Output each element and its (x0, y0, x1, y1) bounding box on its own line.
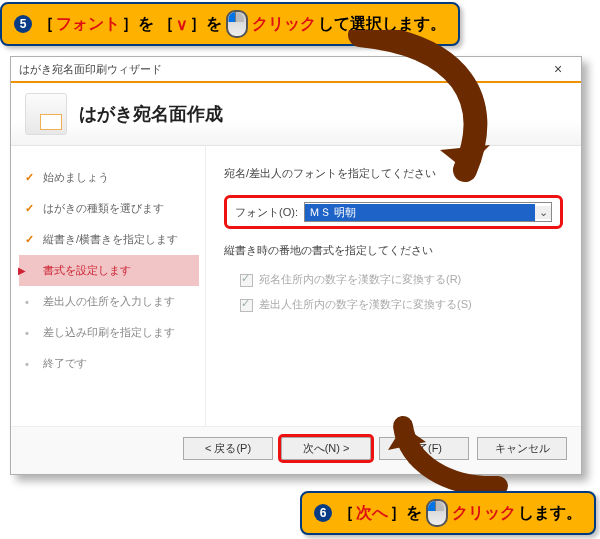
font-combo-label: フォント(O): (235, 205, 298, 220)
next-button[interactable]: 次へ(N) > (281, 437, 371, 460)
step-label: はがきの種類を選びます (43, 201, 164, 216)
mouse-left-click-icon (426, 499, 448, 527)
step-start[interactable]: ✓始めましょう (19, 162, 199, 193)
checkbox-icon (240, 274, 253, 287)
step-number-badge: 6 (314, 504, 332, 522)
step-type[interactable]: ✓はがきの種類を選びます (19, 193, 199, 224)
instruction-step-6: 6 ［ 次へ ］を クリック します。 (300, 491, 596, 535)
font-combobox[interactable]: ＭＳ 明朝 ⌄ (304, 202, 552, 222)
step-label: 差し込み印刷を指定します (43, 325, 175, 340)
wizard-footer: < 戻る(P) 次へ(N) > 完了(F) キャンセル (11, 426, 581, 474)
close-button[interactable]: × (543, 61, 573, 77)
font-keyword: フォント (56, 14, 120, 35)
step-mailmerge[interactable]: •差し込み印刷を指定します (19, 317, 199, 348)
mouse-left-click-icon (226, 10, 248, 38)
font-row-highlight: フォント(O): ＭＳ 明朝 ⌄ (224, 195, 563, 229)
titlebar: はがき宛名面印刷ウィザード × (11, 57, 581, 81)
step-label: 書式を設定します (43, 263, 131, 278)
instruction-step-5: 5 ［ フォント ］を ［ ∨ ］を クリック して選択します。 (0, 2, 460, 46)
cancel-button[interactable]: キャンセル (477, 437, 567, 460)
window-title: はがき宛名面印刷ウィザード (19, 62, 162, 77)
step-finish[interactable]: •終了です (19, 348, 199, 379)
t: して選択します。 (318, 14, 446, 35)
step-label: 始めましょう (43, 170, 109, 185)
wizard-header: はがき宛名面作成 (11, 83, 581, 146)
step-list: ✓始めましょう ✓はがきの種類を選びます ✓縦書き/横書きを指定します ✓書式を… (11, 146, 206, 426)
chevron-down-icon[interactable]: ⌄ (535, 206, 551, 219)
wizard-window: はがき宛名面印刷ウィザード × はがき宛名面作成 ✓始めましょう ✓はがきの種類… (10, 56, 582, 475)
number-format-label: 縦書き時の番地の書式を指定してください (224, 243, 563, 258)
step-label: 縦書き/横書きを指定します (43, 232, 178, 247)
option-recipient-kanji: 宛名住所内の数字を漢数字に変換する(R) (240, 272, 563, 287)
step-sender[interactable]: •差出人の住所を入力します (19, 286, 199, 317)
step-number-badge: 5 (14, 15, 32, 33)
postcard-icon (25, 93, 67, 135)
click-keyword: クリック (252, 14, 316, 35)
finish-button[interactable]: 完了(F) (379, 437, 469, 460)
step-label: 差出人の住所を入力します (43, 294, 175, 309)
page-title: はがき宛名面作成 (79, 102, 223, 126)
t: します。 (518, 503, 582, 524)
step-format[interactable]: ✓書式を設定します (19, 255, 199, 286)
dropdown-arrow-keyword: ∨ (176, 15, 188, 34)
option-label: 差出人住所内の数字を漢数字に変換する(S) (259, 298, 472, 310)
content-pane: 宛名/差出人のフォントを指定してください フォント(O): ＭＳ 明朝 ⌄ 縦書… (206, 146, 581, 426)
click-keyword: クリック (452, 503, 516, 524)
step-label: 終了です (43, 356, 87, 371)
t: ］を (190, 14, 222, 35)
checkbox-icon (240, 299, 253, 312)
back-button[interactable]: < 戻る(P) (183, 437, 273, 460)
t: ］を ［ (122, 14, 174, 35)
option-label: 宛名住所内の数字を漢数字に変換する(R) (259, 273, 461, 285)
t: ［ (338, 503, 354, 524)
font-selected-value: ＭＳ 明朝 (305, 204, 535, 221)
font-section-label: 宛名/差出人のフォントを指定してください (224, 166, 563, 181)
t: ］を (390, 503, 422, 524)
option-sender-kanji: 差出人住所内の数字を漢数字に変換する(S) (240, 297, 563, 312)
next-keyword: 次へ (356, 503, 388, 524)
step-orientation[interactable]: ✓縦書き/横書きを指定します (19, 224, 199, 255)
t: ［ (38, 14, 54, 35)
